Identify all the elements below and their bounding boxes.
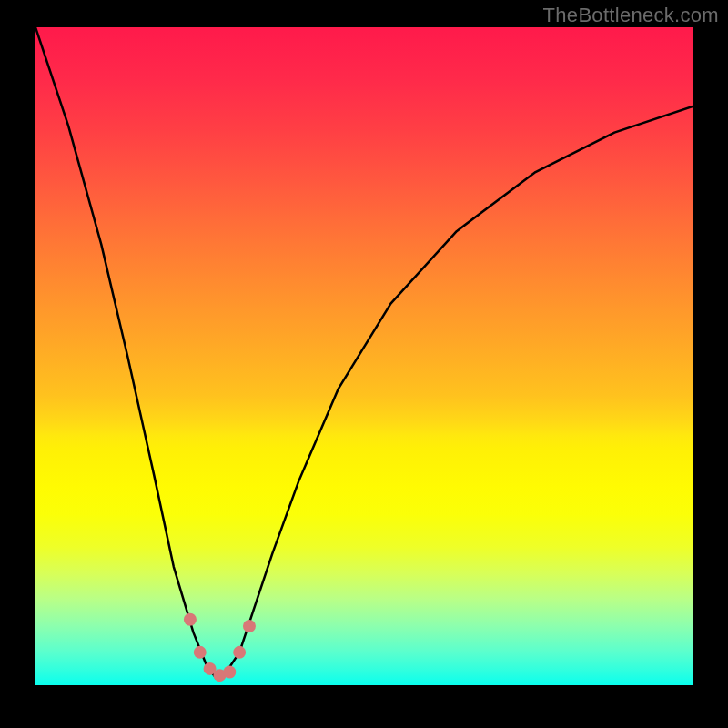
watermark-text: TheBottleneck.com	[543, 4, 719, 27]
plot-area	[35, 27, 693, 685]
curve-svg	[35, 27, 693, 685]
trough-marker	[184, 613, 197, 626]
bottleneck-curve	[35, 27, 693, 679]
trough-marker	[204, 662, 217, 675]
trough-marker	[233, 646, 246, 659]
trough-marker	[223, 666, 236, 679]
chart-frame: TheBottleneck.com	[0, 0, 728, 728]
trough-marker	[213, 669, 226, 682]
trough-marker	[243, 620, 256, 632]
trough-markers	[184, 613, 256, 682]
trough-marker	[194, 646, 207, 659]
